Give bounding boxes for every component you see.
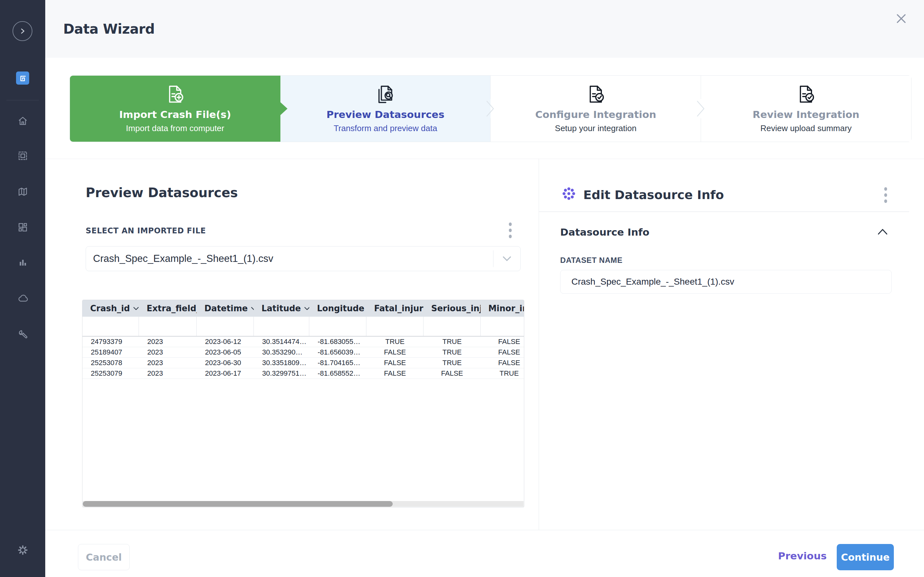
table-cell: -81.683055…	[309, 338, 367, 346]
filter-input-extra_field_cr[interactable]	[139, 317, 197, 336]
kebab-icon	[884, 199, 887, 203]
preview-table-grid: Crash_idExtra_field_crDatetimeLatitudeLo…	[82, 300, 524, 379]
sidebar-item-map[interactable]	[17, 186, 29, 197]
sidebar-item-dashboard[interactable]	[17, 221, 29, 233]
step-chevron-icon	[486, 100, 494, 117]
table-cell: FALSE	[367, 359, 423, 367]
step-subtitle: Review upload summary	[760, 123, 852, 133]
table-cell: 2023-06-05	[197, 348, 254, 356]
table-row: 2479337920232023-06-1230.3514474…-81.683…	[82, 337, 524, 347]
table-cell: TRUE	[481, 369, 524, 378]
column-header-extra_field_cr[interactable]: Extra_field_cr	[139, 300, 197, 317]
datasource-dots-icon	[562, 187, 576, 201]
sidebar-item-home[interactable]	[17, 115, 29, 127]
sort-chevron-icon	[251, 307, 254, 310]
close-button[interactable]	[894, 11, 909, 26]
page-title: Data Wizard	[63, 21, 155, 37]
continue-button[interactable]: Continue	[837, 544, 894, 570]
table-cell: 2023	[139, 369, 197, 378]
previous-button[interactable]: Previous	[778, 550, 827, 562]
sort-chevron-icon	[133, 307, 139, 310]
sidebar-item-cloud[interactable]	[17, 293, 29, 304]
filter-input-crash_id[interactable]	[82, 317, 139, 336]
table-cell: FALSE	[481, 338, 524, 346]
table-cell: FALSE	[367, 369, 423, 378]
step-title: Preview Datasources	[326, 109, 444, 120]
table-cell: 30.3514474…	[254, 338, 309, 346]
step-title: Review Integration	[753, 109, 859, 120]
cancel-button[interactable]: Cancel	[78, 544, 129, 570]
chevron-up-icon	[877, 227, 888, 236]
column-header-datetime[interactable]: Datetime	[197, 300, 254, 317]
table-cell: 30.3351809…	[254, 359, 309, 367]
filter-input-minor_injury[interactable]	[481, 317, 524, 336]
wizard-step-review-integration[interactable]: Review Integration Review upload summary	[701, 76, 911, 142]
step-title: Import Crash File(s)	[119, 109, 231, 120]
table-cell: 2023-06-17	[197, 369, 254, 378]
column-header-latitude[interactable]: Latitude	[254, 300, 309, 317]
file-options-menu-button[interactable]	[509, 222, 512, 238]
table-cell: 30.353290…	[254, 348, 309, 356]
imported-file-dropdown[interactable]: Crash_Spec_Example_-_Sheet1_(1).csv	[86, 246, 521, 271]
table-row: 2525307820232023-06-3030.3351809…-81.704…	[82, 358, 524, 368]
table-cell: -81.658552…	[309, 369, 367, 378]
map-icon	[17, 186, 28, 197]
datasource-options-menu-button[interactable]	[884, 187, 887, 203]
table-cell: 2023	[139, 348, 197, 356]
collapse-section-button[interactable]	[877, 227, 888, 236]
dataset-name-label: DATASET NAME	[560, 256, 622, 265]
panel-divider	[539, 211, 909, 212]
table-cell: FALSE	[481, 359, 524, 367]
close-icon	[895, 12, 908, 25]
table-filter-row	[82, 317, 524, 337]
table-cell: 24793379	[82, 338, 139, 346]
sidebar-item-selection[interactable]	[17, 150, 29, 161]
table-cell: TRUE	[423, 338, 481, 346]
step-subtitle: Setup your integration	[555, 123, 636, 133]
bar-chart-icon	[17, 258, 28, 268]
table-cell: 2023-06-30	[197, 359, 254, 367]
sidebar-item-charts[interactable]	[17, 257, 29, 269]
table-cell: 30.3299751…	[254, 369, 309, 378]
filter-input-latitude[interactable]	[254, 317, 309, 336]
selection-frame-icon	[17, 150, 28, 161]
table-cell: -81.656039…	[309, 348, 367, 356]
table-header-row: Crash_idExtra_field_crDatetimeLatitudeLo…	[82, 300, 524, 317]
review-file-icon	[796, 84, 816, 105]
dataset-name-input[interactable]	[560, 270, 892, 293]
table-cell: 25253078	[82, 359, 139, 367]
filter-input-datetime[interactable]	[197, 317, 254, 336]
datasource-info-section-heading: Datasource Info	[560, 226, 649, 238]
cloud-icon	[17, 293, 28, 304]
sort-chevron-icon	[304, 307, 309, 310]
filter-input-fatal_injury[interactable]	[367, 317, 423, 336]
table-horizontal-scrollbar-thumb[interactable]	[83, 501, 393, 507]
sidebar	[0, 0, 45, 577]
wrench-icon	[17, 329, 28, 340]
column-header-crash_id[interactable]: Crash_id	[82, 300, 139, 317]
preview-file-icon	[375, 84, 396, 105]
sidebar-expand-button[interactable]	[13, 21, 32, 41]
table-cell: TRUE	[423, 359, 481, 367]
app-logo[interactable]	[16, 71, 29, 85]
kebab-icon	[509, 235, 512, 238]
app-logo-icon	[18, 74, 27, 83]
wizard-step-configure-integration[interactable]: Configure Integration Setup your integra…	[491, 76, 701, 142]
wizard-step-preview-datasources[interactable]: Preview Datasources Transform and previe…	[280, 76, 491, 142]
column-header-serious_injury[interactable]: Serious_injury	[423, 300, 481, 317]
chevron-right-icon	[18, 26, 27, 36]
column-header-fatal_injury[interactable]: Fatal_injury	[367, 300, 423, 317]
kebab-icon	[509, 229, 512, 232]
table-cell: FALSE	[367, 348, 423, 356]
sidebar-item-settings[interactable]	[17, 544, 29, 556]
table-horizontal-scrollbar[interactable]	[83, 501, 523, 507]
wizard-steps: Import Crash File(s) Import data from co…	[69, 75, 911, 142]
filter-input-serious_injury[interactable]	[423, 317, 481, 336]
column-header-minor_injury[interactable]: Minor_injury	[481, 300, 524, 317]
table-cell: 25189407	[82, 348, 139, 356]
table-cell: 2023	[139, 338, 197, 346]
sidebar-item-tools[interactable]	[17, 329, 29, 340]
column-header-longitude[interactable]: Longitude	[309, 300, 367, 317]
filter-input-longitude[interactable]	[309, 317, 367, 336]
wizard-step-import-crash-files[interactable]: Import Crash File(s) Import data from co…	[70, 76, 280, 142]
